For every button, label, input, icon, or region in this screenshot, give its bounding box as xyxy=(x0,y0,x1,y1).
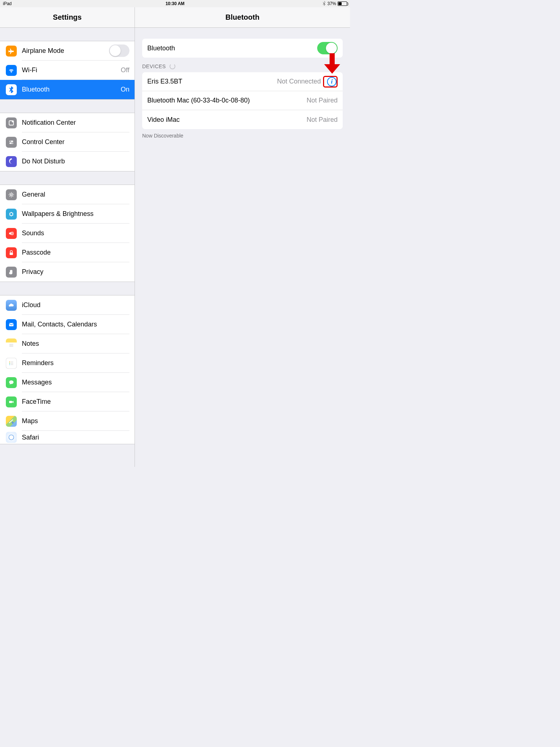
sidebar-item-reminders[interactable]: Reminders xyxy=(0,353,135,373)
sidebar-header: Settings xyxy=(0,7,135,28)
devices-header: DEVICES xyxy=(135,58,350,72)
sidebar-item-sounds[interactable]: Sounds xyxy=(0,224,135,243)
control-center-icon xyxy=(6,137,17,148)
svg-point-8 xyxy=(11,212,12,213)
row-label: Notification Center xyxy=(22,119,129,127)
notes-icon xyxy=(6,338,17,349)
bluetooth-icon xyxy=(6,84,17,95)
devices-list: Eris E3.5BT Not Connected i Bluetooth Ma… xyxy=(142,72,343,129)
facetime-icon xyxy=(6,396,17,407)
row-label: Mail, Contacts, Calendars xyxy=(22,321,129,328)
svg-point-1 xyxy=(12,121,14,123)
bluetooth-status-icon xyxy=(322,1,326,7)
device-row-btmac[interactable]: Bluetooth Mac (60-33-4b-0c-08-80) Not Pa… xyxy=(142,91,343,110)
sidebar-item-notification-center[interactable]: Notification Center xyxy=(0,113,135,132)
maps-icon xyxy=(6,416,17,427)
bluetooth-toggle-row[interactable]: Bluetooth xyxy=(142,39,343,58)
sidebar-title: Settings xyxy=(53,13,82,22)
sidebar-item-privacy[interactable]: Privacy xyxy=(0,262,135,282)
bluetooth-toggle[interactable] xyxy=(317,42,338,54)
battery-percent: 37% xyxy=(327,1,336,6)
device-status: Not Paired xyxy=(307,97,338,104)
wallpaper-icon xyxy=(6,209,17,220)
sidebar-item-wifi[interactable]: Wi-Fi Off xyxy=(0,61,135,80)
wifi-icon xyxy=(6,65,17,76)
discoverable-note: Now Discoverable xyxy=(135,129,350,142)
callout-arrow-icon xyxy=(324,53,340,74)
svg-rect-14 xyxy=(10,252,13,255)
gear-icon xyxy=(6,189,17,200)
svg-point-6 xyxy=(11,194,12,196)
info-icon[interactable]: i xyxy=(327,77,337,86)
sidebar-item-wallpapers[interactable]: Wallpapers & Brightness xyxy=(0,204,135,224)
svg-rect-15 xyxy=(9,323,13,326)
sidebar-item-icloud[interactable]: iCloud xyxy=(0,295,135,315)
svg-point-23 xyxy=(9,364,10,365)
cloud-icon xyxy=(6,300,17,311)
detail-title: Bluetooth xyxy=(225,13,259,22)
row-label: iCloud xyxy=(22,301,129,309)
row-label: Messages xyxy=(22,379,129,386)
sidebar-item-airplane-mode[interactable]: Airplane Mode xyxy=(0,41,135,61)
svg-point-9 xyxy=(12,213,13,214)
sidebar-item-messages[interactable]: Messages xyxy=(0,373,135,392)
row-label: Wallpapers & Brightness xyxy=(22,210,129,218)
device-name: Eris E3.5BT xyxy=(147,78,277,85)
row-label: Maps xyxy=(22,417,129,425)
row-label: Do Not Disturb xyxy=(22,158,129,165)
status-bar: iPad 10:30 AM 37% xyxy=(0,0,350,7)
sidebar-item-notes[interactable]: Notes xyxy=(0,334,135,353)
row-label: Privacy xyxy=(22,268,129,276)
svg-point-13 xyxy=(9,213,11,214)
row-label: General xyxy=(22,191,129,198)
sidebar-item-do-not-disturb[interactable]: Do Not Disturb xyxy=(0,152,135,171)
svg-rect-3 xyxy=(9,142,13,144)
device-status: Not Paired xyxy=(307,116,338,124)
speaker-icon xyxy=(6,228,17,239)
hand-icon xyxy=(6,267,17,278)
device-name: Video iMac xyxy=(147,116,307,124)
safari-icon xyxy=(6,432,17,443)
mail-icon xyxy=(6,319,17,330)
sidebar-item-facetime[interactable]: FaceTime xyxy=(0,392,135,411)
sidebar-item-maps[interactable]: Maps xyxy=(0,411,135,431)
device-row-imac[interactable]: Video iMac Not Paired xyxy=(142,110,343,129)
row-label: Airplane Mode xyxy=(22,47,109,55)
sidebar-item-mail[interactable]: Mail, Contacts, Calendars xyxy=(0,315,135,334)
status-time: 10:30 AM xyxy=(118,1,233,6)
lock-icon xyxy=(6,247,17,258)
svg-point-11 xyxy=(11,215,12,216)
row-label: Passcode xyxy=(22,249,129,256)
battery-icon xyxy=(338,1,347,6)
toggle-label: Bluetooth xyxy=(147,44,317,52)
row-label: Control Center xyxy=(22,138,129,146)
row-label: Sounds xyxy=(22,229,129,237)
row-label: Wi-Fi xyxy=(22,66,118,74)
detail-header: Bluetooth xyxy=(135,7,350,28)
svg-point-10 xyxy=(12,214,13,215)
device-row-eris[interactable]: Eris E3.5BT Not Connected i xyxy=(142,72,343,91)
moon-icon xyxy=(6,156,17,167)
device-status: Not Connected xyxy=(277,78,321,85)
svg-point-12 xyxy=(9,214,11,215)
sidebar-item-control-center[interactable]: Control Center xyxy=(0,132,135,152)
row-label: Reminders xyxy=(22,359,129,367)
sidebar-item-bluetooth[interactable]: Bluetooth On xyxy=(0,80,135,99)
row-label: Bluetooth xyxy=(22,86,118,93)
svg-rect-2 xyxy=(9,140,13,142)
sidebar-item-passcode[interactable]: Passcode xyxy=(0,243,135,262)
svg-point-21 xyxy=(9,363,10,363)
spinner-icon xyxy=(170,63,175,69)
device-name: Bluetooth Mac (60-33-4b-0c-08-80) xyxy=(147,97,307,104)
sidebar-item-safari[interactable]: Safari xyxy=(0,431,135,444)
row-label: FaceTime xyxy=(22,398,129,406)
notification-icon xyxy=(6,117,17,128)
callout-highlight: i xyxy=(323,76,338,88)
svg-point-27 xyxy=(9,435,14,440)
sidebar-item-general[interactable]: General xyxy=(0,185,135,204)
airplane-toggle[interactable] xyxy=(109,44,129,57)
svg-point-4 xyxy=(10,141,11,142)
reminders-icon xyxy=(6,358,17,369)
svg-point-19 xyxy=(9,361,10,362)
row-value: Off xyxy=(121,66,129,74)
